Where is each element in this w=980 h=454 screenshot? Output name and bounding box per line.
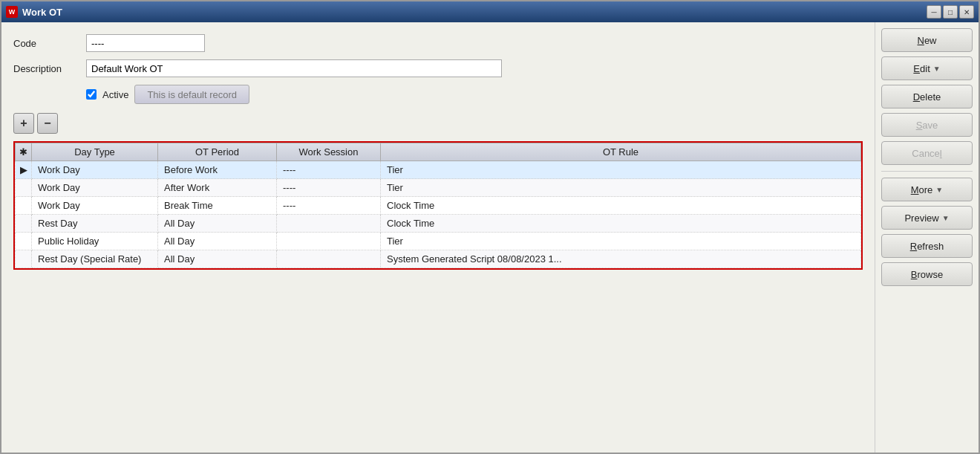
cell-otrule: Tier (381, 179, 861, 197)
refresh-label: Refresh (910, 241, 944, 252)
table-row[interactable]: Work DayAfter Work----Tier (16, 179, 861, 197)
cell-worksession: ---- (277, 161, 381, 179)
add-icon: + (20, 117, 27, 130)
preview-label: Preview (904, 213, 938, 224)
delete-button[interactable]: Delete (881, 85, 973, 108)
row-indicator: ▶ (16, 161, 32, 179)
cell-otperiod: After Work (158, 179, 277, 197)
cell-daytype: Work Day (32, 161, 158, 179)
ot-table-container: ✱ Day Type OT Period Work Session OT Rul… (13, 141, 863, 270)
table-row[interactable]: Rest Day (Special Rate)All DaySystem Gen… (16, 250, 861, 268)
more-button[interactable]: More ▼ (881, 178, 973, 201)
preview-button[interactable]: Preview ▼ (881, 206, 973, 230)
minimize-button[interactable]: ─ (927, 5, 941, 19)
cell-worksession: ---- (277, 179, 381, 197)
cell-otrule: Clock Time (381, 197, 861, 215)
sidebar: New Edit ▼ Delete Save Cancel More ▼ Pre… (875, 22, 979, 453)
window-controls: ─ □ ✕ (927, 5, 974, 19)
minus-icon: − (44, 117, 50, 130)
table-row[interactable]: Rest DayAll DayClock Time (16, 215, 861, 233)
cancel-label: Cancel (912, 148, 941, 159)
cell-daytype: Public Holiday (32, 233, 158, 250)
cell-otperiod: Before Work (158, 161, 277, 179)
active-checkbox[interactable] (86, 89, 97, 100)
title-bar-left: W Work OT (6, 6, 62, 18)
title-bar: W Work OT ─ □ ✕ (1, 1, 979, 22)
code-label: Code (13, 38, 80, 49)
toolbar-row: + − (13, 113, 863, 134)
table-row[interactable]: Work DayBreak Time----Clock Time (16, 197, 861, 215)
content-area: Code Description Active This is default … (1, 22, 979, 453)
add-row-button[interactable]: + (13, 113, 34, 134)
browse-label: Browse (911, 269, 943, 280)
app-icon: W (6, 6, 18, 18)
edit-label: Edit (913, 63, 930, 74)
header-daytype: Day Type (32, 143, 158, 161)
row-indicator (16, 233, 32, 250)
cell-worksession (277, 250, 381, 268)
main-content: Code Description Active This is default … (1, 22, 875, 453)
new-button[interactable]: New (881, 28, 973, 52)
cell-daytype: Rest Day (32, 215, 158, 233)
default-record-button: This is default record (134, 85, 249, 104)
more-label: More (911, 184, 933, 195)
cell-worksession (277, 215, 381, 233)
code-input[interactable] (86, 34, 205, 52)
ot-table: ✱ Day Type OT Period Work Session OT Rul… (15, 143, 861, 268)
description-row: Description (13, 59, 863, 77)
browse-button[interactable]: Browse (881, 262, 973, 286)
header-star: ✱ (16, 143, 32, 161)
description-input[interactable] (86, 59, 502, 77)
cell-daytype: Work Day (32, 179, 158, 197)
cell-daytype: Rest Day (Special Rate) (32, 250, 158, 268)
refresh-button[interactable]: Refresh (881, 234, 973, 258)
row-indicator (16, 197, 32, 215)
save-label: Save (916, 120, 938, 131)
cell-worksession (277, 233, 381, 250)
delete-label: Delete (913, 91, 941, 103)
header-otrule: OT Rule (381, 143, 861, 161)
row-indicator (16, 215, 32, 233)
cell-otperiod: All Day (158, 250, 277, 268)
description-label: Description (13, 63, 80, 74)
more-arrow-icon: ▼ (935, 186, 943, 194)
window-title: Work OT (22, 7, 62, 18)
cell-worksession: ---- (277, 197, 381, 215)
edit-arrow-icon: ▼ (933, 65, 941, 73)
cell-otrule: Clock Time (381, 215, 861, 233)
cell-otrule: System Generated Script 08/08/2023 1... (381, 250, 861, 268)
table-row[interactable]: ▶Work DayBefore Work----Tier (16, 161, 861, 179)
cancel-button[interactable]: Cancel (881, 141, 973, 165)
remove-row-button[interactable]: − (37, 113, 58, 134)
header-worksession: Work Session (277, 143, 381, 161)
code-row: Code (13, 34, 863, 52)
row-indicator (16, 179, 32, 197)
cell-otrule: Tier (381, 161, 861, 179)
sidebar-separator-1 (881, 171, 973, 172)
table-header-row: ✱ Day Type OT Period Work Session OT Rul… (16, 143, 861, 161)
save-button[interactable]: Save (881, 113, 973, 137)
cell-daytype: Work Day (32, 197, 158, 215)
table-row[interactable]: Public HolidayAll DayTier (16, 233, 861, 250)
cell-otperiod: All Day (158, 233, 277, 250)
edit-button[interactable]: Edit ▼ (881, 56, 973, 80)
new-label: New (917, 35, 936, 46)
cell-otperiod: All Day (158, 215, 277, 233)
cell-otrule: Tier (381, 233, 861, 250)
preview-arrow-icon: ▼ (942, 214, 950, 222)
active-label: Active (102, 89, 128, 100)
cell-otperiod: Break Time (158, 197, 277, 215)
row-indicator (16, 250, 32, 268)
main-window: W Work OT ─ □ ✕ Code Description (0, 0, 980, 454)
active-row: Active This is default record (86, 85, 863, 104)
close-button[interactable]: ✕ (959, 5, 974, 19)
restore-button[interactable]: □ (943, 5, 958, 19)
header-otperiod: OT Period (158, 143, 277, 161)
